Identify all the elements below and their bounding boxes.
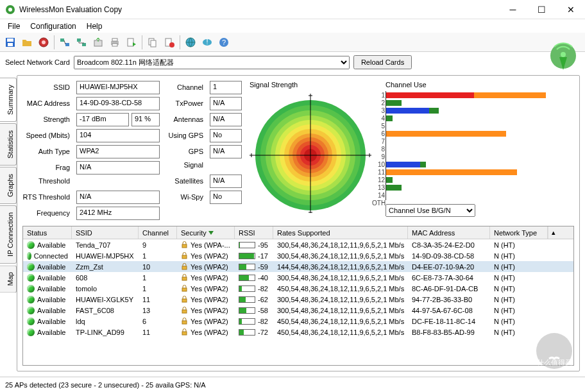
label-ssid: SSID xyxy=(22,81,74,94)
alert-icon[interactable]: ! xyxy=(199,35,215,50)
col-ssid[interactable]: SSID xyxy=(72,226,139,239)
col-network-type[interactable]: Network Type xyxy=(490,226,548,239)
signal-strength-panel: Signal Strength xyxy=(250,81,378,222)
svg-point-6 xyxy=(42,40,46,44)
svg-text:!: ! xyxy=(206,38,208,46)
value-channel: 1 xyxy=(210,81,242,94)
reload-cards-button[interactable]: Reload Cards xyxy=(353,55,412,69)
export-icon[interactable] xyxy=(90,35,106,50)
tab-statistics[interactable]: Statistics xyxy=(0,123,17,166)
menu-file[interactable]: File xyxy=(3,21,25,32)
value-speed: 104 xyxy=(76,129,160,142)
value-auth: WPA2 xyxy=(76,145,160,158)
svg-rect-49 xyxy=(182,288,187,291)
col-status[interactable]: Status xyxy=(23,226,72,239)
value-rts: N/A xyxy=(76,191,160,204)
menu-configuration[interactable]: Configuration xyxy=(25,21,81,32)
label-mac: MAC Address xyxy=(22,97,74,110)
table-row[interactable]: AvailableHUAWEI-XGLK5Y11 Yes (WPA2) -623… xyxy=(23,294,573,305)
record-icon[interactable] xyxy=(36,35,51,50)
svg-rect-47 xyxy=(182,266,187,269)
sort-indicator-icon xyxy=(208,231,214,235)
label-rts: RTS Threshold xyxy=(22,191,74,204)
connect-icon[interactable] xyxy=(57,35,72,50)
value-mac: 14-9D-09-38-CD-58 xyxy=(76,97,160,110)
channel-use-chart: 1234567891011121314OTH xyxy=(386,91,546,200)
value-frag: N/A xyxy=(76,161,160,175)
tab-graphs[interactable]: Graphs xyxy=(0,167,17,204)
label-auth: Auth Type xyxy=(22,145,74,158)
svg-rect-52 xyxy=(182,321,187,324)
refresh-icon[interactable] xyxy=(74,35,89,50)
tab-summary[interactable]: Summary xyxy=(0,78,17,122)
svg-point-19 xyxy=(169,42,174,47)
scroll-up-button[interactable]: ▴ xyxy=(548,226,559,239)
table-row[interactable]: ConnectedHUAWEI-MJP5HX1 Yes (WPA2) -1730… xyxy=(23,250,573,261)
label-channel: Channel xyxy=(167,81,207,94)
value-strength-dbm: -17 dBm xyxy=(76,113,129,126)
value-wispy: No xyxy=(210,191,242,204)
summary-panel: SSID HUAWEI-MJP5HX MAC Address 14-9D-09-… xyxy=(17,75,580,371)
svg-rect-51 xyxy=(182,310,187,313)
svg-rect-53 xyxy=(182,332,187,335)
svg-rect-48 xyxy=(182,277,187,280)
card-select-label: Select Network Card xyxy=(5,58,70,66)
window-title: WirelessMon Evaluation Copy xyxy=(19,5,498,14)
label-wispy: Wi-Spy xyxy=(167,191,207,204)
copy-icon[interactable] xyxy=(145,35,160,50)
col-rssi[interactable]: RSSI xyxy=(235,226,273,239)
toolbar: ! ? xyxy=(0,33,585,52)
status-aps: 25 APs detected (23 secure - 2 unsecured… xyxy=(5,381,174,389)
print-icon[interactable] xyxy=(107,35,123,50)
table-row[interactable]: Availableldq6 Yes (WPA2) -82450,54,48,36… xyxy=(23,316,573,327)
table-row[interactable]: AvailableTP-LINK_AD9911 Yes (WPA2) -7245… xyxy=(23,327,573,337)
tab-map[interactable]: Map xyxy=(0,265,17,293)
table-row[interactable]: Available6081 Yes (WPA2) -40300,54,48,36… xyxy=(23,272,573,283)
col-security[interactable]: Security xyxy=(177,226,235,239)
maximize-button[interactable]: ☐ xyxy=(527,0,556,19)
table-row[interactable]: AvailableZzm_Zst10 Yes (WPA2) -59144,54,… xyxy=(23,261,573,272)
card-selector-row: Select Network Card Broadcom 802.11n 网络适… xyxy=(0,52,585,72)
value-antennas: N/A xyxy=(210,113,242,126)
svg-rect-7 xyxy=(60,38,64,42)
table-row[interactable]: Availabletomolo1 Yes (WPA2) -82450,54,48… xyxy=(23,283,573,294)
svg-rect-10 xyxy=(82,43,86,46)
globe-icon[interactable] xyxy=(183,35,198,50)
close-button[interactable]: ✕ xyxy=(556,0,585,19)
table-row[interactable]: AvailableTenda_7079 Yes (WPA-... -95300,… xyxy=(23,239,573,250)
svg-rect-45 xyxy=(182,244,187,248)
status-bar: 25 APs detected (23 secure - 2 unsecured… xyxy=(0,377,585,392)
col-channel[interactable]: Channel xyxy=(139,226,177,239)
col-mac[interactable]: MAC Address xyxy=(408,226,490,239)
label-sats: Satellites xyxy=(167,175,207,188)
value-gps-sig: N/A xyxy=(210,145,242,158)
stop-icon[interactable] xyxy=(162,35,177,50)
svg-rect-13 xyxy=(112,38,117,41)
svg-rect-8 xyxy=(65,43,69,46)
label-antennas: Antennas xyxy=(167,113,207,126)
app-icon xyxy=(5,4,15,15)
table-row[interactable]: AvailableFAST_6C0813 Yes (WPA2) -58300,5… xyxy=(23,305,573,316)
tab-ip-connection[interactable]: IP Connection xyxy=(0,205,17,264)
svg-rect-17 xyxy=(151,40,156,47)
open-icon[interactable] xyxy=(19,35,35,50)
watermark-icon: 什么值得买 xyxy=(535,332,573,370)
svg-rect-9 xyxy=(77,38,81,42)
svg-rect-3 xyxy=(7,38,13,42)
network-grid: Status SSID Channel Security RSSI Rates … xyxy=(22,226,574,366)
grid-body[interactable]: AvailableTenda_7079 Yes (WPA-... -95300,… xyxy=(23,239,573,337)
play-icon[interactable] xyxy=(124,35,139,50)
title-bar: WirelessMon Evaluation Copy ─ ☐ ✕ xyxy=(0,0,585,19)
help-icon[interactable]: ? xyxy=(216,35,232,50)
minimize-button[interactable]: ─ xyxy=(498,0,527,19)
vertical-tabs: Summary Statistics Graphs IP Connection … xyxy=(0,72,17,374)
svg-rect-46 xyxy=(182,255,187,259)
save-icon[interactable] xyxy=(3,35,18,50)
value-strength-pct: 91 % xyxy=(131,113,160,126)
connection-fields: SSID HUAWEI-MJP5HX MAC Address 14-9D-09-… xyxy=(22,81,160,222)
network-card-select[interactable]: Broadcom 802.11n 网络适配器 xyxy=(74,56,350,69)
svg-rect-15 xyxy=(128,38,133,46)
svg-rect-4 xyxy=(8,43,13,46)
menu-help[interactable]: Help xyxy=(81,21,108,32)
col-rates[interactable]: Rates Supported xyxy=(273,226,408,239)
